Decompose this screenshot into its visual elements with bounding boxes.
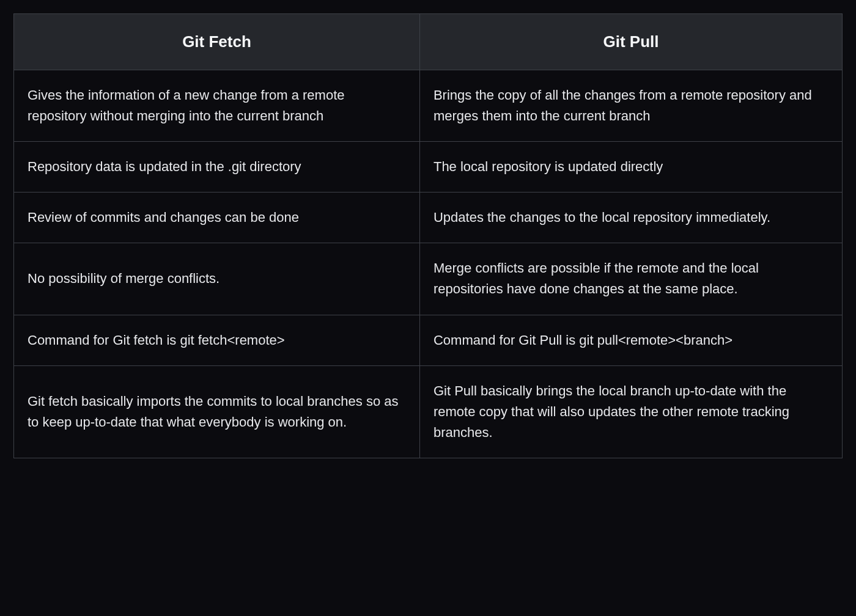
cell-fetch: No possibility of merge conflicts. xyxy=(14,243,420,315)
cell-pull: Brings the copy of all the changes from … xyxy=(419,70,842,142)
cell-pull: Merge conflicts are possible if the remo… xyxy=(419,243,842,315)
cell-pull: Git Pull basically brings the local bran… xyxy=(419,365,842,458)
comparison-table: Git Fetch Git Pull Gives the information… xyxy=(13,13,843,458)
cell-fetch: Repository data is updated in the .git d… xyxy=(14,142,420,193)
cell-pull: Command for Git Pull is git pull<remote>… xyxy=(419,315,842,365)
table-row: Command for Git fetch is git fetch<remot… xyxy=(14,315,843,365)
header-git-pull: Git Pull xyxy=(419,14,842,70)
cell-pull: The local repository is updated directly xyxy=(419,142,842,193)
cell-fetch: Git fetch basically imports the commits … xyxy=(14,365,420,458)
table-row: Gives the information of a new change fr… xyxy=(14,70,843,142)
cell-fetch: Review of commits and changes can be don… xyxy=(14,193,420,243)
table-row: Review of commits and changes can be don… xyxy=(14,193,843,243)
table-row: Repository data is updated in the .git d… xyxy=(14,142,843,193)
cell-fetch: Command for Git fetch is git fetch<remot… xyxy=(14,315,420,365)
table-row: Git fetch basically imports the commits … xyxy=(14,365,843,458)
table-row: No possibility of merge conflicts. Merge… xyxy=(14,243,843,315)
table-header-row: Git Fetch Git Pull xyxy=(14,14,843,70)
header-git-fetch: Git Fetch xyxy=(14,14,420,70)
cell-fetch: Gives the information of a new change fr… xyxy=(14,70,420,142)
cell-pull: Updates the changes to the local reposit… xyxy=(419,193,842,243)
